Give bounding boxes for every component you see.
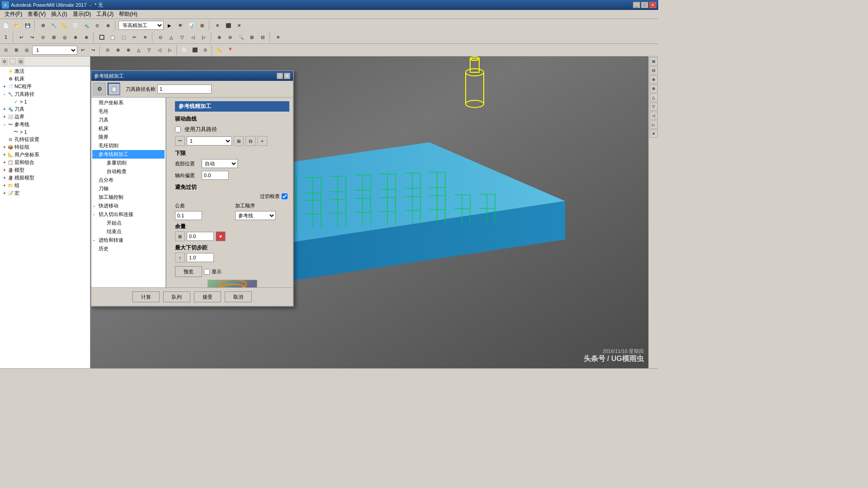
- tb3-9[interactable]: △: [134, 45, 144, 55]
- dtree-stock[interactable]: 毛坯: [92, 107, 165, 116]
- tb2-14[interactable]: ⊙: [156, 32, 165, 42]
- tb2-13[interactable]: ✕: [140, 32, 150, 42]
- tb-btn-4[interactable]: ⬜: [71, 20, 80, 30]
- menu-tools[interactable]: 工具(J): [94, 9, 116, 19]
- tree-scrollbar[interactable]: [166, 98, 171, 287]
- tb3-2[interactable]: ⊞: [11, 45, 21, 55]
- drive-curve-icon[interactable]: 〜: [175, 136, 185, 146]
- toolpath-name-input[interactable]: [157, 84, 212, 94]
- right-btn-8[interactable]: ▷: [650, 121, 658, 129]
- right-btn-7[interactable]: ◁: [650, 112, 658, 120]
- tb2-12[interactable]: ✂: [129, 32, 139, 42]
- tb2-16[interactable]: ▽: [177, 32, 187, 42]
- queue-button[interactable]: 队列: [163, 291, 190, 302]
- right-btn-3[interactable]: ⊕: [650, 75, 658, 84]
- tree-item-holes[interactable]: ⊙ 孔特征设置: [1, 136, 89, 143]
- preview-button[interactable]: 预览: [175, 266, 202, 277]
- tb3-10[interactable]: ▽: [144, 45, 154, 55]
- save-button[interactable]: 💾: [23, 20, 33, 30]
- lp-btn-1[interactable]: ⊙: [1, 58, 8, 65]
- tb3-7[interactable]: ⊕: [113, 45, 123, 55]
- tb2-6[interactable]: ◎: [60, 32, 70, 42]
- view-dropdown[interactable]: 1: [32, 46, 77, 55]
- tb3-1[interactable]: ⊙: [1, 45, 11, 55]
- tb-btn-6[interactable]: ⊙: [92, 20, 102, 30]
- tb2-22[interactable]: ⊞: [247, 32, 257, 42]
- tree-item-featuregroup[interactable]: + 📦 特征组: [1, 143, 89, 151]
- tolerance-input[interactable]: [175, 211, 202, 220]
- menu-display[interactable]: 显示(D): [70, 9, 94, 19]
- tb-btn-2[interactable]: 🔧: [49, 20, 59, 30]
- right-btn-1[interactable]: ⊞: [650, 57, 658, 66]
- close-button[interactable]: ✕: [649, 2, 656, 8]
- tb3-3[interactable]: ◎: [22, 45, 32, 55]
- right-btn-9[interactable]: ✕: [650, 130, 658, 138]
- dtree-history[interactable]: 历史: [92, 244, 165, 253]
- right-btn-4[interactable]: ⊗: [650, 84, 658, 93]
- dtree-axis-ctrl[interactable]: 加工轴控制: [92, 193, 165, 202]
- tb-btn-7[interactable]: ⊕: [103, 20, 113, 30]
- dtree-ref-finish[interactable]: - 参考线精加工: [92, 150, 165, 159]
- add-curve-btn[interactable]: +: [257, 136, 267, 146]
- menu-file[interactable]: 文件(F): [2, 9, 25, 19]
- tree-item-boundary[interactable]: + ⬜ 边界: [1, 113, 89, 121]
- tree-item-group[interactable]: + 📁 组: [1, 182, 89, 189]
- tb-misc-1[interactable]: ✕: [212, 20, 222, 30]
- tb-view-1[interactable]: 👁: [175, 20, 185, 30]
- tree-item-refs[interactable]: - 〜 参考线: [1, 121, 89, 128]
- tb2-19[interactable]: ⊕: [214, 32, 224, 42]
- remainder-icon[interactable]: ⊞: [175, 231, 185, 241]
- tb2-1[interactable]: 1: [1, 32, 11, 42]
- menu-help[interactable]: 帮助(H): [116, 9, 140, 19]
- strategy-apply[interactable]: ▶: [165, 20, 175, 30]
- tb3-16[interactable]: 📐: [215, 45, 225, 55]
- tb2-3[interactable]: ↪: [27, 32, 37, 42]
- tb3-13[interactable]: ⬜: [179, 45, 189, 55]
- tb2-11[interactable]: ⬚: [118, 32, 128, 42]
- tree-item-toolpath-1[interactable]: ✓ > 1: [1, 98, 89, 105]
- strategy-dropdown[interactable]: 等高精加工: [118, 21, 164, 30]
- tb3-14[interactable]: ⬛: [190, 45, 200, 55]
- display-checkbox[interactable]: [204, 269, 210, 275]
- dtree-multi-cut[interactable]: 多重切削: [92, 159, 165, 167]
- tb2-4[interactable]: ⊙: [38, 32, 48, 42]
- dtree-ucs[interactable]: 用户坐标系: [92, 99, 165, 107]
- tb3-17[interactable]: 📍: [225, 45, 235, 55]
- right-btn-6[interactable]: ▽: [650, 103, 658, 111]
- right-btn-5[interactable]: △: [650, 94, 658, 102]
- receive-button[interactable]: 接受: [194, 291, 221, 302]
- stepdown-icon[interactable]: ↕: [175, 253, 185, 263]
- tb-btn-1[interactable]: ⚙: [38, 20, 48, 30]
- tree-item-refs-1[interactable]: 〜 > 1: [1, 128, 89, 136]
- tb2-9[interactable]: 🔲: [97, 32, 107, 42]
- tb2-18[interactable]: ▷: [199, 32, 209, 42]
- minimize-button[interactable]: _: [633, 2, 640, 8]
- tree-item-nc[interactable]: + 📄 NC程序: [1, 83, 89, 90]
- tb2-2[interactable]: ↩: [16, 32, 26, 42]
- tb3-15[interactable]: ⊙: [200, 45, 210, 55]
- tb3-5[interactable]: ↪: [88, 45, 98, 55]
- tb-misc-3[interactable]: ✕: [234, 20, 244, 30]
- axis-offset-input[interactable]: [202, 171, 229, 180]
- viewport[interactable]: Z X Y 头条号 / UG模雨虫 2016/11/10 星期四 参考线精加工 …: [90, 56, 648, 368]
- tb2-21[interactable]: 🔍: [236, 32, 246, 42]
- tb2-17[interactable]: ◁: [188, 32, 198, 42]
- dtree-stock-cut[interactable]: 毛坯切削: [92, 141, 165, 150]
- tree-item-ucs[interactable]: + 📐 用户坐标系: [1, 151, 89, 159]
- remainder-save-btn[interactable]: ▼: [216, 231, 226, 241]
- tb-view-3[interactable]: ⊞: [197, 20, 207, 30]
- dtree-tool-axis[interactable]: 刀轴: [92, 184, 165, 193]
- cancel-button[interactable]: 取消: [225, 291, 252, 302]
- tb2-15[interactable]: △: [166, 32, 176, 42]
- tb-misc-2[interactable]: ⬛: [223, 20, 233, 30]
- tb2-8[interactable]: ⊗: [81, 32, 91, 42]
- drive-curve-dropdown[interactable]: 1: [187, 136, 232, 145]
- tb2-20[interactable]: ⊖: [225, 32, 235, 42]
- tb-btn-5[interactable]: 🔩: [81, 20, 91, 30]
- dtree-in-out[interactable]: - 切入切出和连接: [92, 210, 165, 219]
- dtree-end-pt[interactable]: 结束点: [92, 227, 165, 236]
- tb2-7[interactable]: ⊕: [71, 32, 80, 42]
- lp-btn-2[interactable]: ⬜: [9, 58, 16, 65]
- select-curve-btn[interactable]: ⊞: [234, 136, 244, 146]
- tree-item-activate[interactable]: ⚡ 激活: [1, 67, 89, 75]
